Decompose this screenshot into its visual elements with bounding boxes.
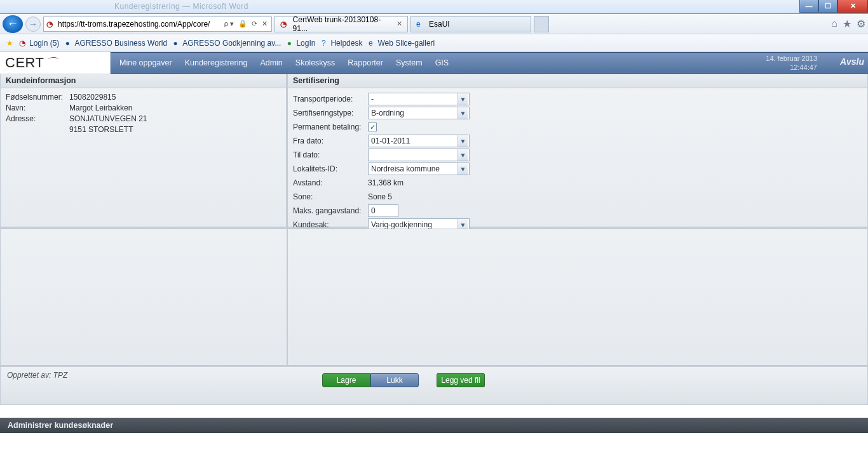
favorite-link[interactable]: ●AGRESSO Business World xyxy=(63,39,167,48)
value-adresse-line2: 9151 STORSLETT xyxy=(69,124,133,135)
tab-favicon-icon: e xyxy=(416,20,425,29)
select-serttype[interactable]: B-ordning▼ xyxy=(368,107,470,119)
value-sone: Sone 5 xyxy=(368,192,392,201)
label-avstand: Avstand: xyxy=(293,178,368,187)
app-header: CERT⌒ Mine oppgaver Kunderegistrering Ad… xyxy=(0,52,868,74)
chevron-down-icon[interactable]: ▼ xyxy=(458,135,468,147)
chevron-down-icon[interactable]: ▼ xyxy=(458,163,468,175)
checkbox-permanent[interactable]: ✓ xyxy=(368,123,377,131)
window-title-blurred: Kunderegistrering — Microsoft Word xyxy=(114,2,248,11)
nav-gis[interactable]: GIS xyxy=(435,58,449,67)
nav-rapporter[interactable]: Rapporter xyxy=(348,58,383,67)
lower-left-panel xyxy=(0,229,287,366)
help-icon: ? xyxy=(319,39,328,48)
browser-tab-inactive[interactable]: e EsaUI xyxy=(410,16,531,32)
input-maks-gangavstand[interactable]: 0 xyxy=(368,204,398,217)
new-tab-button[interactable] xyxy=(534,16,549,32)
datepicker-fra-dato[interactable]: 01-01-2011▼ xyxy=(368,135,470,147)
address-bar[interactable]: ◔ https://tt-troms.trapezehosting.com/Ap… xyxy=(43,17,272,32)
label-permanent: Permanent betaling: xyxy=(293,123,368,131)
logo-swoosh-icon: ⌒ xyxy=(47,55,60,72)
cert-icon: ◔ xyxy=(18,39,27,48)
label-kundesak: Kundesak: xyxy=(293,220,368,229)
nav-system[interactable]: System xyxy=(396,58,423,67)
globe-icon: ● xyxy=(171,39,180,48)
label-til-dato: Til dato: xyxy=(293,150,368,159)
window-maximize-button[interactable]: ☐ xyxy=(818,0,837,13)
lower-split xyxy=(0,229,868,367)
nav-kunderegistrering[interactable]: Kunderegistrering xyxy=(185,58,248,67)
tab-title: CertWeb trunk-20130108-91... xyxy=(293,15,393,33)
favorite-link[interactable]: ●AGRESSO Godkjenning av... xyxy=(171,39,281,48)
label-fodselsnummer: Fødselsnummer: xyxy=(6,92,69,103)
url-text: https://tt-troms.trapezehosting.com/App/… xyxy=(58,20,220,29)
label-serttype: Sertifiseringstype: xyxy=(293,109,368,117)
label-lokalitet: Lokalitets-ID: xyxy=(293,164,368,173)
label-adresse: Adresse: xyxy=(6,114,69,124)
certification-title: Sertifisering xyxy=(288,74,867,88)
label-navn: Navn: xyxy=(6,103,69,114)
value-navn: Margot Leirbakken xyxy=(69,103,132,114)
logout-link[interactable]: Avslu xyxy=(840,56,864,67)
value-adresse-line1: SONJATUNVEGEN 21 xyxy=(69,114,147,124)
search-dropdown-icon[interactable]: ρ ▾ xyxy=(223,20,235,28)
datepicker-til-dato[interactable]: ▼ xyxy=(368,149,470,161)
refresh-icon[interactable]: ⟳ xyxy=(250,20,259,28)
favorites-icon[interactable]: ★ xyxy=(843,18,851,30)
favorite-link[interactable]: ◔Login (5) xyxy=(18,39,59,48)
window-close-button[interactable]: ✕ xyxy=(837,0,868,13)
globe-icon: ● xyxy=(63,39,72,48)
lower-right-panel xyxy=(287,229,868,366)
select-lokalitet[interactable]: Nordreisa kommune▼ xyxy=(368,163,470,175)
tab-close-icon[interactable]: ✕ xyxy=(397,20,402,28)
window-minimize-button[interactable]: — xyxy=(799,0,818,13)
globe-icon: ● xyxy=(285,39,294,48)
favorite-link[interactable]: ●LogIn xyxy=(285,39,315,48)
header-datetime: 14. februar 2013 12:44:47 xyxy=(766,54,817,72)
chevron-down-icon[interactable]: ▼ xyxy=(458,149,468,161)
window-titlebar: Kunderegistrering — Microsoft Word — ☐ ✕ xyxy=(0,0,868,14)
nav-forward-button[interactable]: → xyxy=(25,17,41,32)
browser-toolbar: ← → ◔ https://tt-troms.trapezehosting.co… xyxy=(0,14,868,34)
customer-info-panel: Kundeinformasjon Fødselsnummer:150820298… xyxy=(0,74,287,227)
certification-panel: Sertifisering Transportperiode: -▼ Serti… xyxy=(287,74,868,227)
select-transportperiode[interactable]: -▼ xyxy=(368,93,470,105)
label-transportperiode: Transportperiode: xyxy=(293,95,368,103)
favorites-bar: ★ ◔Login (5) ●AGRESSO Business World ●AG… xyxy=(0,34,868,52)
home-icon[interactable]: ⌂ xyxy=(831,18,837,30)
favorite-link[interactable]: eWeb Slice-galleri xyxy=(366,39,435,48)
close-button[interactable]: Lukk xyxy=(370,373,419,387)
label-maks-gangavstand: Maks. gangavstand: xyxy=(293,206,368,215)
save-button[interactable]: Lagre xyxy=(322,373,370,387)
label-fra-dato: Fra dato: xyxy=(293,136,368,145)
created-by-text: Opprettet av: TPZ xyxy=(1,367,74,383)
nav-back-button[interactable]: ← xyxy=(3,15,23,33)
taskbar[interactable]: Administrer kundesøknader xyxy=(0,418,868,433)
label-sone: Sone: xyxy=(293,192,368,201)
site-favicon-icon: ◔ xyxy=(46,20,55,29)
tools-icon[interactable]: ⚙ xyxy=(857,18,865,30)
stop-icon[interactable]: ✕ xyxy=(261,20,269,28)
attach-file-button[interactable]: Legg ved fil xyxy=(437,373,485,387)
nav-mine-oppgaver[interactable]: Mine oppgaver xyxy=(119,58,172,67)
nav-skoleskyss[interactable]: Skoleskyss xyxy=(295,58,336,67)
taskbar-item-label: Administrer kundesøknader xyxy=(8,421,113,430)
ie-icon: e xyxy=(366,39,375,48)
lock-icon: 🔒 xyxy=(237,20,248,28)
footer-bar: Opprettet av: TPZ Lagre Lukk Legg ved fi… xyxy=(0,367,868,405)
tab-favicon-icon: ◔ xyxy=(280,20,289,29)
value-fodselsnummer: 15082029815 xyxy=(69,92,116,103)
chevron-down-icon[interactable]: ▼ xyxy=(458,107,468,119)
app-logo: CERT⌒ xyxy=(0,52,111,74)
tab-title: EsaUI xyxy=(429,20,450,29)
chevron-down-icon[interactable]: ▼ xyxy=(458,93,468,105)
browser-tab-active[interactable]: ◔ CertWeb trunk-20130108-91... ✕ xyxy=(275,16,408,32)
customer-info-title: Kundeinformasjon xyxy=(1,74,286,88)
favorite-link[interactable]: ?Helpdesk xyxy=(319,39,362,48)
main-nav: Mine oppgaver Kunderegistrering Admin Sk… xyxy=(111,58,449,67)
nav-admin[interactable]: Admin xyxy=(260,58,282,67)
value-avstand: 31,368 km xyxy=(368,178,403,187)
add-favorite-icon[interactable]: ★ xyxy=(5,39,14,48)
